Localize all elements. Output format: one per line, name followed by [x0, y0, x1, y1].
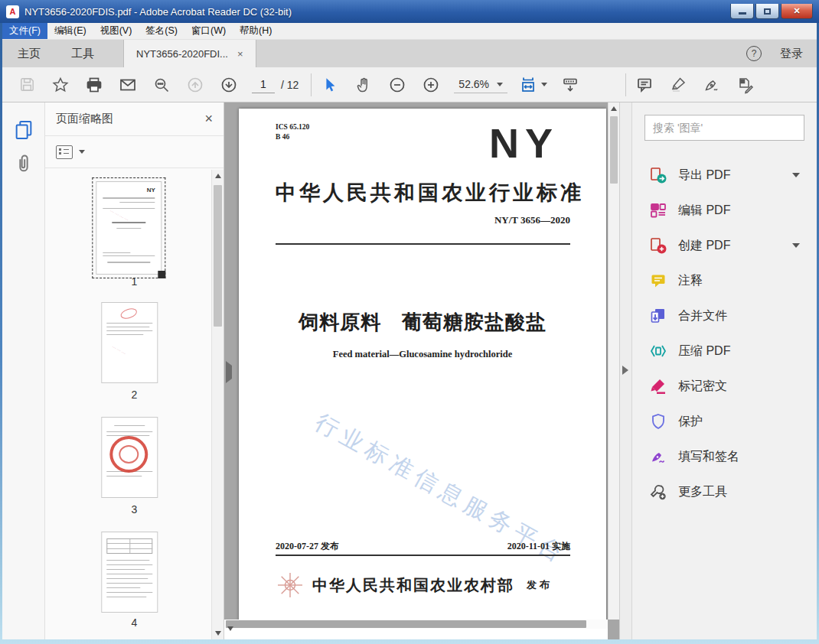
- menu-view[interactable]: 视图(V): [93, 23, 139, 39]
- page-thumbnails-icon: [13, 119, 34, 141]
- zoom-level-dropdown[interactable]: 52.6%: [454, 76, 507, 93]
- chevron-down-icon[interactable]: [79, 150, 85, 154]
- scroll-down-arrow[interactable]: [224, 623, 236, 635]
- next-page-button[interactable]: [218, 73, 240, 96]
- tool-comment[interactable]: 注释: [644, 263, 804, 298]
- hand-tool-icon: [354, 76, 373, 94]
- email-button[interactable]: [117, 73, 139, 96]
- standard-logo: NY: [489, 119, 559, 167]
- document-horizontal-scrollbar[interactable]: [224, 620, 608, 629]
- fill-sign-pen-icon: [649, 447, 667, 466]
- print-button[interactable]: [83, 73, 105, 96]
- attachments-pane-button[interactable]: [13, 153, 34, 174]
- window-title: NYT3656-2020FDIS.pdf - Adobe Acrobat Rea…: [24, 6, 292, 18]
- close-icon: ✕: [793, 6, 800, 16]
- menu-window[interactable]: 窗口(W): [184, 23, 233, 39]
- tool-create-pdf[interactable]: 创建 PDF: [644, 228, 804, 263]
- tool-compress-pdf[interactable]: 压缩 PDF: [644, 333, 804, 369]
- thumbnail-page-4[interactable]: [97, 528, 162, 616]
- publisher-row: 中华人民共和国农业农村部 发布: [276, 571, 570, 600]
- document-vertical-scrollbar[interactable]: [608, 102, 619, 620]
- search-button[interactable]: [151, 73, 172, 96]
- scrollbar-thumb[interactable]: [610, 116, 618, 184]
- page-thumbnails-pane-button[interactable]: [13, 119, 34, 141]
- page-number-input[interactable]: [252, 76, 275, 93]
- thumbnail-scrollbar[interactable]: [211, 170, 224, 639]
- menu-sign[interactable]: 签名(S): [139, 23, 184, 39]
- stamp-tool-button[interactable]: [735, 73, 756, 96]
- tool-redact[interactable]: 标记密文: [644, 369, 804, 404]
- tool-label: 填写和签名: [678, 449, 739, 465]
- tool-more-tools[interactable]: 更多工具: [644, 474, 804, 509]
- standard-heading: 中华人民共和国农业行业标准: [276, 179, 570, 207]
- tool-edit-pdf[interactable]: 编辑 PDF: [644, 193, 804, 228]
- menu-help[interactable]: 帮助(H): [233, 23, 279, 39]
- attachments-icon: [13, 153, 34, 174]
- comment-tool-button[interactable]: [634, 73, 655, 96]
- hand-tool-button[interactable]: [353, 73, 374, 96]
- minimize-button[interactable]: [730, 4, 754, 19]
- page-display-button[interactable]: [560, 73, 581, 96]
- tab-tools[interactable]: 工具: [56, 40, 109, 67]
- tool-protect[interactable]: 保护: [644, 404, 804, 439]
- comment-icon: [635, 76, 654, 94]
- tab-home[interactable]: 主页: [2, 40, 56, 67]
- fit-width-button[interactable]: [520, 73, 547, 96]
- thumbnail-page-3[interactable]: [97, 413, 162, 502]
- acrobat-app-icon: A: [6, 5, 19, 18]
- zoom-out-button[interactable]: [387, 73, 408, 96]
- panel-close-icon[interactable]: ×: [204, 111, 213, 127]
- help-icon[interactable]: ?: [746, 46, 762, 61]
- chevron-down-icon[interactable]: [792, 243, 800, 248]
- collapse-right-pane-handle[interactable]: [622, 366, 628, 375]
- scrollbar-thumb[interactable]: [226, 620, 586, 628]
- document-view[interactable]: ICS 65.120 B 46 NY 中华人民共和国农业行业标准 NY/T 36…: [224, 102, 619, 620]
- select-tool-button[interactable]: [319, 73, 341, 96]
- maximize-button[interactable]: [755, 4, 779, 19]
- tool-label: 编辑 PDF: [678, 203, 730, 219]
- thumbnail-page-2[interactable]: ⋯⋯⋯: [97, 298, 162, 387]
- zoom-in-button[interactable]: [420, 73, 442, 96]
- tool-export-pdf[interactable]: 导出 PDF: [644, 158, 804, 193]
- tool-label: 更多工具: [678, 484, 727, 500]
- thumbnail-page-1[interactable]: NY ⋯⋯⋯⋯: [92, 177, 165, 278]
- favorites-button[interactable]: [50, 73, 71, 96]
- scroll-down-arrow[interactable]: [212, 627, 224, 639]
- thumbnail-page-2-preview: ⋯⋯⋯: [101, 302, 158, 383]
- fit-width-icon: [520, 76, 540, 94]
- tools-search-input[interactable]: [644, 115, 804, 141]
- previous-page-button[interactable]: [184, 73, 206, 96]
- fill-sign-tool-button[interactable]: [701, 73, 723, 96]
- tool-label: 标记密文: [678, 379, 727, 395]
- scroll-up-arrow[interactable]: [609, 102, 619, 115]
- tab-close-icon[interactable]: ×: [237, 48, 243, 60]
- tool-combine-files[interactable]: 合并文件: [644, 298, 804, 333]
- thumbnail-page-2-label: 2: [45, 389, 224, 401]
- save-button[interactable]: [16, 73, 38, 96]
- publisher-name: 中华人民共和国农业农村部: [312, 575, 514, 596]
- menu-file[interactable]: 文件(F): [2, 23, 47, 39]
- sign-in-button[interactable]: 登录: [780, 47, 803, 61]
- page-total-label: / 12: [281, 79, 299, 91]
- tool-fill-sign[interactable]: 填写和签名: [644, 439, 804, 474]
- panel-title: 页面缩略图: [56, 112, 113, 126]
- toolbar-separator: [311, 73, 312, 96]
- chevron-down-icon[interactable]: [792, 173, 800, 177]
- implementation-date: 2020-11-01 实施: [507, 540, 570, 553]
- highlight-tool-button[interactable]: [667, 73, 689, 96]
- thumbnail-page-3-preview: [101, 417, 158, 498]
- page-thumbnails-panel: 页面缩略图 × NY ⋯⋯⋯⋯: [45, 102, 224, 639]
- navigation-pane-strip: [2, 102, 45, 639]
- close-button[interactable]: ✕: [781, 4, 813, 19]
- document-title-cn: 饲料原料 葡萄糖胺盐酸盐: [239, 309, 606, 336]
- thumbnail-page-1-preview: NY ⋯⋯⋯⋯: [96, 181, 162, 275]
- tab-document[interactable]: NYT3656-2020FDI... ×: [123, 40, 256, 67]
- stamp-icon: [736, 76, 755, 94]
- menu-edit[interactable]: 编辑(E): [47, 23, 93, 39]
- collapse-left-pane-handle[interactable]: [226, 366, 232, 379]
- divider: [276, 243, 570, 245]
- scrollbar-thumb[interactable]: [214, 185, 222, 327]
- scroll-up-arrow[interactable]: [212, 170, 224, 182]
- thumbnail-options-icon[interactable]: [56, 145, 73, 159]
- titlebar[interactable]: A NYT3656-2020FDIS.pdf - Adobe Acrobat R…: [0, 0, 819, 23]
